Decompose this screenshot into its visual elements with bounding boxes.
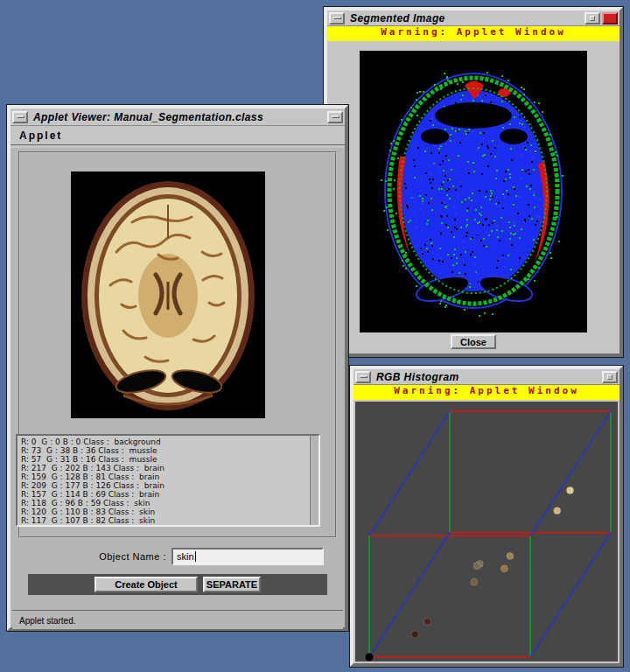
maximize-button[interactable] — [327, 111, 343, 123]
class-list-row[interactable]: R: 157 G : 114 B : 69 Class : brain — [21, 490, 306, 499]
text-caret — [195, 551, 196, 562]
segmented-window-title: Segmented Image — [346, 12, 583, 24]
minimize-icon — [607, 374, 612, 380]
class-list-scrollbar[interactable] — [310, 436, 318, 525]
minimize-button[interactable] — [584, 12, 600, 24]
minimize-icon — [590, 16, 595, 21]
separate-button[interactable]: SEPARATE — [203, 577, 261, 592]
applet-viewer-title: Applet Viewer: Manual_Segmentation.class — [30, 111, 326, 123]
histogram-window-title: RGB Histogram — [373, 371, 600, 383]
histogram-point — [471, 578, 478, 585]
applet-warning-banner: Warning: Applet Window — [327, 26, 620, 41]
window-menu-button[interactable] — [329, 12, 345, 24]
object-name-input[interactable]: skin — [172, 548, 324, 565]
menu-bar: Applet — [10, 126, 345, 146]
histogram-point — [424, 618, 430, 625]
window-menu-icon — [333, 17, 341, 19]
object-name-value: skin — [177, 551, 194, 562]
histogram-point — [411, 631, 418, 638]
histogram-titlebar[interactable]: RGB Histogram — [354, 369, 620, 385]
histogram-point — [500, 565, 508, 572]
class-list-row[interactable]: R: 159 G : 128 B : 81 Class : brain — [21, 472, 306, 481]
window-menu-button[interactable] — [12, 111, 28, 123]
histogram-point — [473, 563, 480, 570]
class-list-row[interactable]: R: 73 G : 38 B : 36 Class : mussle — [21, 446, 306, 455]
histogram-content — [355, 402, 618, 662]
object-name-row: Object Name : skin — [10, 548, 345, 565]
class-list-row[interactable]: R: 0 G : 0 B : 0 Class : background — [21, 438, 306, 446]
histogram-point — [567, 486, 574, 494]
close-window-button[interactable] — [602, 12, 618, 24]
applet-area: R: 0 G : 0 B : 0 Class : backgroundR: 73… — [10, 148, 345, 627]
segmented-content: Close — [327, 42, 620, 354]
close-button[interactable]: Close — [451, 334, 496, 349]
class-list-row[interactable]: R: 217 G : 202 B : 143 Class : brain — [21, 464, 306, 472]
rgb-histogram-window: RGB Histogram Warning: Applet Window — [350, 366, 623, 667]
class-list-rows: R: 0 G : 0 B : 0 Class : backgroundR: 73… — [18, 436, 310, 525]
class-list-row[interactable]: R: 209 G : 177 B : 126 Class : brain — [21, 481, 306, 490]
segmented-image-window: Segmented Image Warning: Applet Window C… — [324, 7, 623, 357]
class-list-row[interactable]: R: 57 G : 31 B : 16 Class : mussle — [21, 455, 306, 464]
object-name-label: Object Name : — [10, 548, 166, 565]
applet-warning-banner: Warning: Applet Window — [354, 385, 620, 400]
histogram-point — [554, 508, 561, 514]
applet-viewer-titlebar[interactable]: Applet Viewer: Manual_Segmentation.class — [10, 108, 345, 126]
brain-mri-image[interactable] — [71, 172, 265, 418]
window-menu-icon — [17, 116, 24, 118]
class-list-row[interactable]: R: 117 G : 107 B : 82 Class : skin — [21, 516, 306, 525]
window-menu-icon — [360, 375, 368, 378]
segmented-brain-canvas — [360, 51, 587, 332]
segmented-titlebar[interactable]: Segmented Image — [327, 10, 620, 26]
rgb-cube-canvas — [355, 402, 618, 662]
button-strip: Create Object SEPARATE — [28, 574, 327, 595]
window-menu-button[interactable] — [355, 371, 371, 383]
maximize-icon — [332, 116, 340, 118]
create-object-button[interactable]: Create Object — [94, 577, 198, 592]
status-bar: Applet started. — [12, 610, 343, 629]
class-list: R: 0 G : 0 B : 0 Class : backgroundR: 73… — [16, 434, 320, 527]
status-text: Applet started. — [19, 616, 75, 626]
histogram-point — [365, 653, 374, 662]
menu-applet[interactable]: Applet — [19, 130, 62, 142]
minimize-button[interactable] — [602, 371, 618, 383]
class-list-row[interactable]: R: 118 G : 96 B : 59 Class : skin — [21, 499, 306, 508]
applet-viewer-window: Applet Viewer: Manual_Segmentation.class… — [7, 105, 348, 631]
histogram-point — [507, 552, 514, 559]
class-list-row[interactable]: R: 120 G : 110 B : 83 Class : skin — [21, 508, 306, 516]
